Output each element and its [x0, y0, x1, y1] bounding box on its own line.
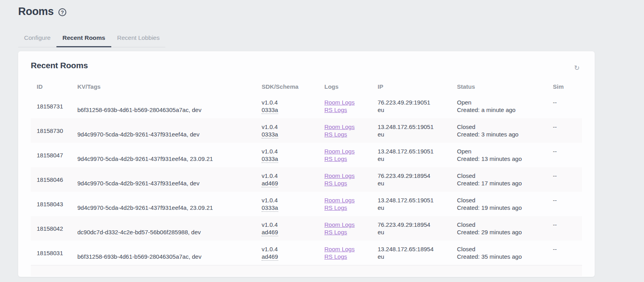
room-logs-link[interactable]: Room Logs	[324, 221, 355, 228]
logs-cell: Room Logs RS Logs	[324, 94, 378, 118]
ip-address: 13.248.172.65:19051	[378, 196, 457, 204]
recent-rooms-table: ID KV/Tags SDK/Schema Logs IP Status Sim…	[31, 80, 582, 276]
ip-cell: 76.223.49.29:18954 eu	[378, 167, 457, 192]
logs-cell: Room Logs RS Logs	[324, 118, 378, 143]
status-text: Closed	[457, 123, 553, 131]
status-text: Closed	[457, 221, 553, 228]
region: eu	[378, 155, 457, 162]
ip-cell: 13.248.172.65:19051 eu	[378, 118, 457, 143]
sdk-version: v1.0.4	[262, 123, 324, 131]
ip-cell: 13.248.172.65:18954 eu	[378, 241, 457, 265]
kv-tags-cell: 9d4c9970-5cda-4d2b-9261-437f931eef4a, 23…	[77, 143, 262, 167]
status-text: Closed	[457, 172, 553, 179]
status-cell: Closed Created: 3 minutes ago	[457, 118, 553, 143]
room-id-cell: 18158046	[31, 167, 77, 192]
logs-cell: Room Logs RS Logs	[324, 216, 378, 241]
tab-recent-rooms[interactable]: Recent Rooms	[56, 30, 111, 47]
kv-tags-cell: b6f31258-693b-4d61-b569-28046305a7ac, de…	[77, 94, 262, 118]
logs-cell: Room Logs RS Logs	[324, 167, 378, 192]
sim-value: --	[553, 196, 582, 204]
kv-tags-cell: b6f31258-693b-4d61-b569-28046305a7ac, de…	[77, 241, 262, 265]
room-id-cell: 18158031	[31, 241, 77, 265]
region: eu	[378, 179, 457, 187]
room-logs-link[interactable]: Room Logs	[324, 148, 355, 155]
schema-hash-link[interactable]: ad469	[262, 253, 278, 261]
kv-tags-cell: dc90dc7d-d332-4c2e-bd57-56b06f285988, de…	[77, 216, 262, 241]
sdk-schema-cell: v1.0.4 ad469	[262, 216, 324, 241]
rs-logs-link[interactable]: RS Logs	[324, 155, 347, 162]
status-cell: Closed Created: 29 minutes ago	[457, 216, 553, 241]
sim-cell: --	[553, 167, 582, 192]
schema-hash-link[interactable]: ad469	[262, 228, 278, 236]
rs-logs-link[interactable]: RS Logs	[324, 179, 347, 187]
column-header-kvtags: KV/Tags	[77, 83, 262, 90]
column-header-id: ID	[31, 83, 77, 90]
status-cell: Closed Created: 35 minutes ago	[457, 241, 553, 265]
rs-logs-link[interactable]: RS Logs	[324, 106, 347, 114]
sim-cell: --	[553, 118, 582, 143]
status-text: Open	[457, 148, 553, 155]
rs-logs-link[interactable]: RS Logs	[324, 131, 347, 138]
sdk-schema-cell: v1.0.4 0333a	[262, 118, 324, 143]
sdk-version: v1.0.4	[262, 245, 324, 253]
schema-hash-link[interactable]: 0333a	[262, 155, 278, 163]
room-logs-link[interactable]: Room Logs	[324, 99, 355, 106]
sdk-schema-cell: v1.0.4 0333a	[262, 94, 324, 118]
sim-value: --	[553, 221, 582, 228]
table-header-row: ID KV/Tags SDK/Schema Logs IP Status Sim	[31, 80, 582, 94]
room-id: 18158731	[37, 103, 77, 110]
rs-logs-link[interactable]: RS Logs	[324, 253, 347, 260]
refresh-icon[interactable]: ↻	[572, 63, 582, 73]
tab-configure[interactable]: Configure	[18, 30, 56, 47]
sdk-schema-cell: v1.0.4 0333a	[262, 192, 324, 216]
sim-value: --	[553, 148, 582, 155]
schema-hash-link[interactable]: 0333a	[262, 204, 278, 212]
status-cell: Closed Created: 17 minutes ago	[457, 167, 553, 192]
room-logs-link[interactable]: Room Logs	[324, 172, 355, 179]
tab-bar: Configure Recent Rooms Recent Lobbies	[18, 30, 165, 47]
kv-tags: b6f31258-693b-4d61-b569-28046305a7ac, de…	[77, 106, 262, 114]
ip-address: 13.248.172.65:19051	[378, 123, 457, 131]
card-header: Recent Rooms ↻	[31, 61, 582, 73]
room-id: 18158043	[37, 200, 77, 208]
schema-hash-link[interactable]: 0333a	[262, 106, 278, 114]
status-cell: Open Created: 13 minutes ago	[457, 143, 553, 167]
room-id: 18158046	[37, 176, 77, 183]
kv-tags-cell: 9d4c9970-5cda-4d2b-9261-437f931eef4a, de…	[77, 167, 262, 192]
sim-value: --	[553, 123, 582, 131]
sim-cell: --	[553, 94, 582, 118]
ip-address: 76.223.49.29:19051	[378, 99, 457, 106]
tab-recent-lobbies[interactable]: Recent Lobbies	[111, 30, 166, 47]
table-row: 18158046 9d4c9970-5cda-4d2b-9261-437f931…	[31, 167, 582, 192]
status-cell: Open Created: a minute ago	[457, 94, 553, 118]
sim-cell: --	[553, 192, 582, 216]
region: eu	[378, 204, 457, 211]
sdk-version: v1.0.4	[262, 196, 324, 204]
room-id: 18158042	[37, 225, 77, 232]
kv-tags: 9d4c9970-5cda-4d2b-9261-437f931eef4a, de…	[77, 179, 262, 187]
sim-cell: --	[553, 241, 582, 265]
column-header-sdk: SDK/Schema	[262, 83, 324, 90]
card-title: Recent Rooms	[31, 61, 88, 70]
rs-logs-link[interactable]: RS Logs	[324, 228, 347, 236]
room-logs-link[interactable]: Room Logs	[324, 245, 355, 253]
status-cell: Closed Created: 19 minutes ago	[457, 192, 553, 216]
created-text: Created: 19 minutes ago	[457, 204, 553, 211]
sdk-version: v1.0.4	[262, 148, 324, 155]
kv-tags: 9d4c9970-5cda-4d2b-9261-437f931eef4a, 23…	[77, 155, 262, 162]
room-id-cell: 18158730	[31, 118, 77, 143]
room-logs-link[interactable]: Room Logs	[324, 123, 355, 131]
help-icon[interactable]: ?	[58, 8, 66, 16]
created-text: Created: 35 minutes ago	[457, 253, 553, 260]
kv-tags-cell: 9d4c9970-5cda-4d2b-9261-437f931eef4a, 23…	[77, 192, 262, 216]
schema-hash-link[interactable]: 0333a	[262, 131, 278, 138]
room-id-cell: 18158042	[31, 216, 77, 241]
room-id: 18158730	[37, 127, 77, 134]
schema-hash-link[interactable]: ad469	[262, 179, 278, 187]
rooms-page: Rooms ? Configure Recent Rooms Recent Lo…	[0, 0, 644, 282]
room-logs-link[interactable]: Room Logs	[324, 196, 355, 204]
rs-logs-link[interactable]: RS Logs	[324, 204, 347, 211]
page-header: Rooms ?	[0, 0, 644, 18]
status-text: Open	[457, 99, 553, 106]
recent-rooms-card: Recent Rooms ↻ ID KV/Tags SDK/Schema Log…	[18, 51, 595, 277]
